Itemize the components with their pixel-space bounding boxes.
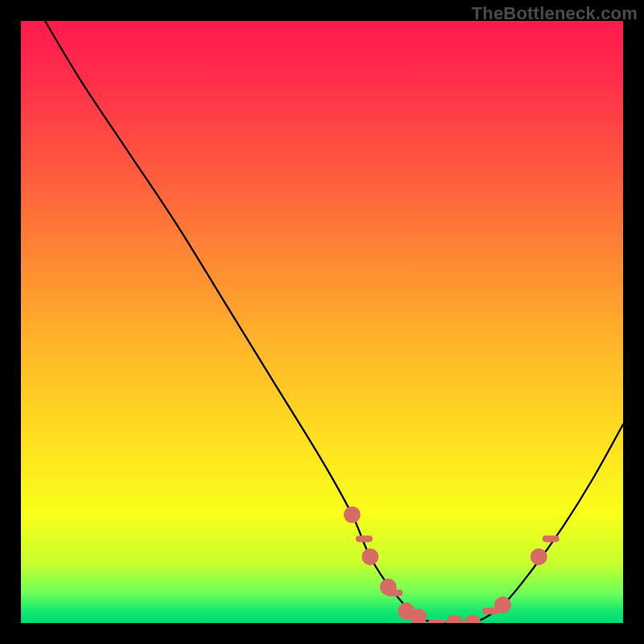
highlight-pill (428, 620, 445, 623)
highlight-dot (365, 551, 375, 562)
highlight-pill (386, 589, 402, 596)
highlight-dot (534, 551, 544, 562)
highlight-dot (347, 510, 357, 520)
highlight-dot (413, 612, 423, 622)
highlight-dot (497, 600, 508, 610)
chart-stage: TheBottleneck.com (0, 0, 644, 644)
highlight-dots-group (347, 510, 559, 623)
watermark-text: TheBottleneck.com (472, 3, 638, 24)
highlight-pill (356, 535, 373, 542)
bottleneck-curve-svg (21, 21, 623, 623)
highlight-pill (543, 535, 559, 542)
bottleneck-curve-path (45, 21, 623, 623)
highlight-dot (467, 617, 477, 623)
highlight-dot (401, 605, 411, 616)
highlight-dot (449, 617, 460, 623)
